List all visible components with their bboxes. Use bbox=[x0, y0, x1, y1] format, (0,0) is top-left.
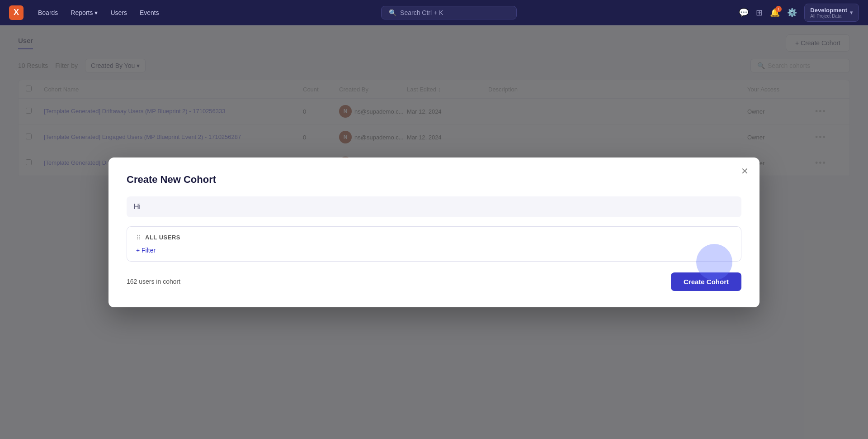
project-selector[interactable]: Development All Project Data ▾ bbox=[804, 4, 859, 22]
page-background: User + Create Cohort 10 Results Filter b… bbox=[0, 25, 868, 439]
cohort-name-input[interactable] bbox=[127, 196, 741, 217]
messages-icon-btn[interactable]: 💬 bbox=[739, 8, 749, 18]
nav-items: Boards Reports ▾ Users Events bbox=[38, 9, 159, 16]
grid-icon: ⠿ bbox=[136, 234, 141, 241]
global-search[interactable]: 🔍 Search Ctrl + K bbox=[381, 6, 517, 19]
modal-overlay: ✕ Create New Cohort ⠿ ALL USERS + Filter… bbox=[0, 25, 868, 439]
bell-icon-btn[interactable]: 🔔 1 bbox=[770, 8, 780, 18]
create-cohort-modal: ✕ Create New Cohort ⠿ ALL USERS + Filter… bbox=[108, 157, 760, 307]
gear-icon: ⚙️ bbox=[787, 8, 797, 17]
nav-boards[interactable]: Boards bbox=[38, 9, 58, 16]
filter-section-header: ⠿ ALL USERS bbox=[136, 234, 732, 241]
chevron-down-icon: ▾ bbox=[94, 9, 98, 16]
nav-search-area: 🔍 Search Ctrl + K bbox=[174, 6, 725, 19]
nav-reports[interactable]: Reports ▾ bbox=[71, 9, 98, 16]
nav-events[interactable]: Events bbox=[140, 9, 159, 16]
users-in-cohort-count: 162 users in cohort bbox=[127, 278, 180, 285]
modal-close-button[interactable]: ✕ bbox=[741, 167, 749, 176]
filter-section: ⠿ ALL USERS + Filter bbox=[127, 226, 741, 262]
all-users-label: ALL USERS bbox=[145, 234, 180, 241]
notification-badge: 1 bbox=[775, 6, 782, 12]
messages-icon: 💬 bbox=[739, 8, 749, 17]
modal-footer: 162 users in cohort Create Cohort bbox=[127, 272, 741, 291]
create-cohort-submit-button[interactable]: Create Cohort bbox=[671, 272, 741, 291]
apps-icon: ⊞ bbox=[756, 8, 763, 17]
top-nav: X Boards Reports ▾ Users Events 🔍 Search… bbox=[0, 0, 868, 25]
settings-icon-btn[interactable]: ⚙️ bbox=[787, 8, 797, 18]
logo[interactable]: X bbox=[9, 5, 24, 20]
chevron-down-icon: ▾ bbox=[850, 9, 853, 16]
search-icon: 🔍 bbox=[389, 9, 396, 16]
project-name: Development bbox=[810, 7, 847, 14]
project-subtitle: All Project Data bbox=[810, 14, 847, 19]
nav-users[interactable]: Users bbox=[110, 9, 127, 16]
apps-icon-btn[interactable]: ⊞ bbox=[756, 8, 763, 18]
nav-right: 💬 ⊞ 🔔 1 ⚙️ Development All Project Data … bbox=[739, 4, 859, 22]
modal-title: Create New Cohort bbox=[127, 174, 741, 186]
add-filter-button[interactable]: + Filter bbox=[136, 247, 156, 254]
